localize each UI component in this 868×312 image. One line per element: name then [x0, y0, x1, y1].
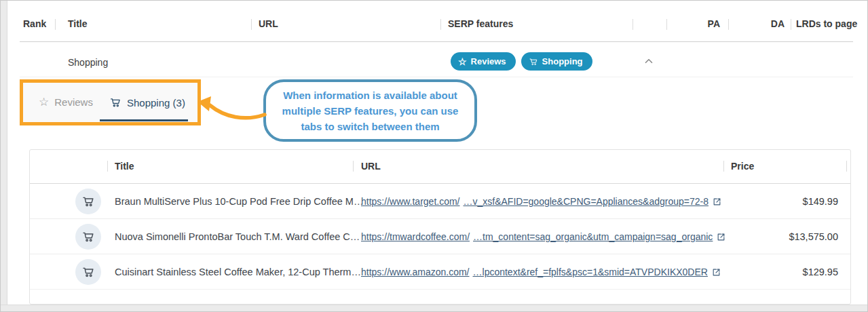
- badge-shopping[interactable]: Shopping: [521, 52, 592, 71]
- star-icon: ☆: [39, 96, 49, 108]
- column-header-serp-features: SERP features: [448, 18, 513, 29]
- card-column-header-title: Title: [115, 161, 134, 172]
- star-icon: ☆: [458, 57, 467, 66]
- product-url-link[interactable]: https://www.amazon.com/ …lpcontext&ref_=…: [361, 254, 721, 290]
- cart-icon: [75, 189, 101, 214]
- table-row: Braun MultiServe Plus 10-Cup Pod Free Dr…: [30, 184, 850, 219]
- url-prefix: https://www.target.com/: [361, 196, 460, 207]
- product-price: $13,575.00: [789, 219, 838, 254]
- url-suffix: …v_xsf&AFID=google&CPNG=Appliances&adgro…: [464, 196, 709, 207]
- callout-line: multiple SERP features, you can use: [282, 103, 459, 119]
- cart-icon: [75, 224, 101, 250]
- tab-label: Shopping (3): [127, 97, 185, 109]
- table-row: Nuova Simonelli ProntoBar Touch T.M. War…: [30, 219, 850, 254]
- column-separator: [633, 19, 633, 30]
- column-header-lrds: LRDs to page: [796, 18, 857, 29]
- column-header-url: URL: [259, 18, 278, 29]
- serp-feature-badges: ☆ Reviews Shopping: [451, 52, 592, 71]
- column-separator: [353, 161, 354, 172]
- badge-reviews[interactable]: ☆ Reviews: [451, 52, 516, 71]
- callout-line: tabs to switch between them: [301, 119, 439, 134]
- cart-icon: [529, 57, 538, 66]
- url-suffix: …tm_content=sag_organic&utm_campaign=sag…: [473, 231, 713, 242]
- row-divider: [20, 77, 853, 77]
- left-gutter: [1, 1, 7, 311]
- column-separator: [55, 19, 56, 30]
- product-title: Cuisinart Stainless Steel Coffee Maker, …: [115, 254, 361, 290]
- row-divider: [30, 289, 850, 290]
- column-separator: [440, 19, 441, 30]
- product-price: $129.95: [803, 254, 838, 290]
- column-header-da: DA: [757, 18, 785, 29]
- badge-label: Shopping: [542, 56, 583, 66]
- product-url-link[interactable]: https://tmwardcoffee.com/ …tm_content=sa…: [361, 219, 725, 254]
- shopping-results-card: Title URL Price Braun MultiServe Plus 10…: [29, 149, 851, 305]
- cart-icon: [75, 259, 101, 285]
- chevron-up-icon: [645, 58, 653, 64]
- url-prefix: https://tmwardcoffee.com/: [361, 231, 470, 242]
- column-separator: [107, 161, 108, 172]
- url-suffix: …lpcontext&ref_=fplfs&psc=1&smid=ATVPDKI…: [473, 267, 708, 277]
- bottom-gutter: [1, 305, 867, 311]
- table-row: Cuisinart Stainless Steel Coffee Maker, …: [30, 254, 850, 290]
- card-column-header-url: URL: [361, 161, 381, 172]
- column-header-pa: PA: [693, 18, 720, 29]
- annotation-arrow: [196, 93, 269, 125]
- column-header-rank: Rank: [23, 18, 46, 29]
- product-title: Braun MultiServe Plus 10-Cup Pod Free Dr…: [115, 184, 363, 219]
- product-price: $149.99: [803, 184, 838, 219]
- product-title: Nuova Simonelli ProntoBar Touch T.M. War…: [115, 219, 360, 254]
- collapse-row-button[interactable]: [641, 56, 656, 66]
- column-separator: [846, 161, 847, 172]
- column-separator: [666, 19, 667, 30]
- tab-reviews[interactable]: ☆ Reviews: [39, 96, 93, 108]
- card-column-header-price: Price: [731, 161, 754, 172]
- column-separator: [723, 161, 724, 172]
- external-link-icon[interactable]: [713, 197, 721, 206]
- badge-label: Reviews: [471, 56, 506, 66]
- active-tab-underline: [100, 119, 188, 121]
- feature-row-title: Shopping: [68, 57, 108, 68]
- external-link-icon[interactable]: [717, 233, 725, 241]
- header-divider: [20, 41, 853, 42]
- annotation-callout: When information is available about mult…: [263, 79, 477, 142]
- url-prefix: https://www.amazon.com/: [361, 267, 470, 277]
- column-separator: [251, 19, 252, 30]
- serp-features-screen: Rank Title URL SERP features PA DA LRDs …: [0, 0, 868, 312]
- column-separator: [728, 19, 729, 30]
- external-link-icon[interactable]: [712, 268, 721, 277]
- column-separator: [791, 19, 791, 30]
- cart-icon: [109, 96, 121, 109]
- column-header-title: Title: [68, 18, 88, 29]
- tab-label: Reviews: [54, 96, 93, 108]
- product-url-link[interactable]: https://www.target.com/ …v_xsf&AFID=goog…: [361, 184, 721, 219]
- tab-shopping[interactable]: Shopping (3): [109, 96, 185, 109]
- callout-line: When information is available about: [283, 87, 457, 103]
